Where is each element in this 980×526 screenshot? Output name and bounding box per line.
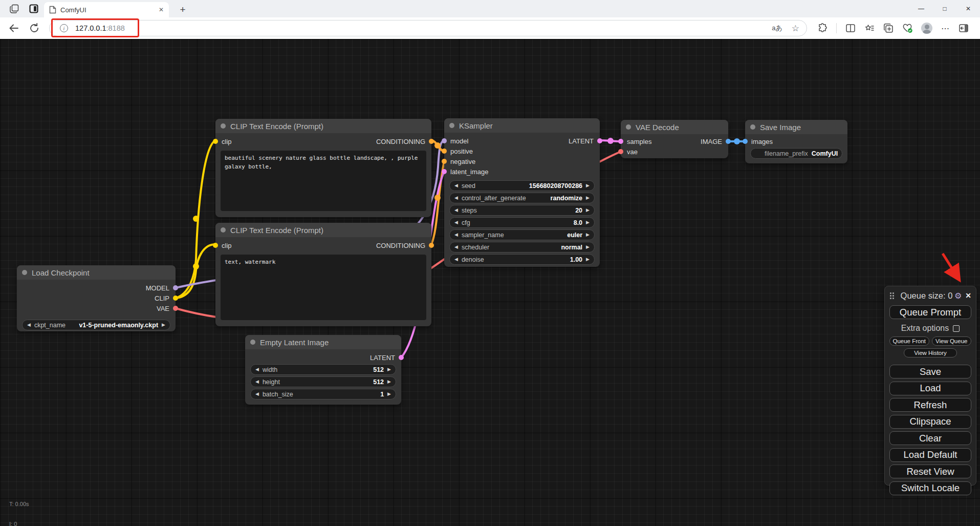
reroute-dot[interactable] <box>434 142 441 149</box>
close-window-button[interactable]: ✕ <box>956 0 980 17</box>
favorites-icon[interactable] <box>864 23 875 33</box>
workspaces-icon[interactable] <box>9 4 19 14</box>
collapse-dot-icon[interactable] <box>449 123 454 128</box>
view-history-button[interactable]: View History <box>904 348 957 357</box>
extra-options-checkbox[interactable] <box>953 325 960 332</box>
clear-button[interactable]: Clear <box>889 431 971 445</box>
increment-icon[interactable]: ▶ <box>586 220 590 225</box>
decrement-icon[interactable]: ◀ <box>454 233 458 237</box>
port-image[interactable] <box>726 139 731 144</box>
node-header[interactable]: VAE Decode <box>621 120 728 134</box>
port-latent-image-input[interactable] <box>442 169 447 174</box>
maximize-button[interactable]: □ <box>933 0 956 17</box>
decrement-icon[interactable]: ◀ <box>454 183 458 188</box>
node-graph-canvas[interactable]: Load Checkpoint MODEL CLIP VAE ◀ ckpt_na… <box>0 39 980 526</box>
node-header[interactable]: KSampler <box>444 118 600 133</box>
widget-sampler-name[interactable]: ◀ sampler_name euler ▶ <box>449 229 595 240</box>
port-positive-input[interactable] <box>442 149 447 154</box>
increment-icon[interactable]: ▶ <box>387 392 391 396</box>
node-header[interactable]: Empty Latent Image <box>245 335 401 349</box>
reroute-dot[interactable] <box>607 138 614 144</box>
node-header[interactable]: Load Checkpoint <box>17 265 176 280</box>
port-latent[interactable] <box>399 355 404 360</box>
drag-handle[interactable] <box>889 292 895 300</box>
queue-front-button[interactable]: Queue Front <box>889 336 929 346</box>
increment-icon[interactable]: ▶ <box>586 245 590 249</box>
node-empty-latent-image[interactable]: Empty Latent Image LATENT ◀ width 512 ▶ … <box>245 335 401 405</box>
decrement-icon[interactable]: ◀ <box>454 245 458 249</box>
port-clip[interactable] <box>173 296 178 301</box>
widget-height[interactable]: ◀ height 512 ▶ <box>250 376 396 387</box>
collapse-dot-icon[interactable] <box>22 270 27 275</box>
port-model[interactable] <box>173 285 178 290</box>
favorite-star-icon[interactable]: ☆ <box>792 23 799 34</box>
port-clip-input[interactable] <box>213 139 218 144</box>
widget-ckpt-name[interactable]: ◀ ckpt_name v1-5-pruned-emaonly.ckpt ▶ <box>22 320 170 330</box>
widget-batch-size[interactable]: ◀ batch_size 1 ▶ <box>250 389 396 399</box>
view-queue-button[interactable]: View Queue <box>932 336 972 346</box>
site-info-icon[interactable]: i <box>60 24 68 32</box>
refresh-button[interactable] <box>29 23 40 34</box>
node-clip-text-encode-negative[interactable]: CLIP Text Encode (Prompt) clip CONDITION… <box>215 223 431 326</box>
load-default-button[interactable]: Load Default <box>889 448 971 462</box>
widget-cfg[interactable]: ◀ cfg 8.0 ▶ <box>449 217 595 228</box>
reroute-dot[interactable] <box>434 195 441 201</box>
tab-actions-icon[interactable] <box>29 4 39 14</box>
reroute-dot[interactable] <box>734 138 740 144</box>
reroute-dot[interactable] <box>193 263 199 269</box>
collapse-dot-icon[interactable] <box>750 124 755 130</box>
port-vae-input[interactable] <box>618 149 623 154</box>
increment-icon[interactable]: ▶ <box>162 323 165 327</box>
address-bar[interactable]: i 127.0.0.1:8188 aあ ☆ <box>49 20 807 36</box>
settings-gear-icon[interactable]: ⚙ <box>954 291 962 301</box>
save-button[interactable]: Save <box>889 365 971 378</box>
menu-close-icon[interactable]: ✕ <box>965 291 971 300</box>
port-negative-input[interactable] <box>442 159 447 164</box>
back-button[interactable] <box>8 23 19 34</box>
decrement-icon[interactable]: ◀ <box>454 196 458 200</box>
reroute-dot[interactable] <box>193 216 199 222</box>
widget-seed[interactable]: ◀ seed 156680208700286 ▶ <box>449 180 595 191</box>
split-screen-icon[interactable] <box>845 23 856 33</box>
increment-icon[interactable]: ▶ <box>586 233 590 237</box>
collections-icon[interactable] <box>883 23 894 33</box>
browser-essentials-icon[interactable] <box>902 23 912 33</box>
decrement-icon[interactable]: ◀ <box>454 220 458 225</box>
prompt-textarea[interactable]: beautiful scenery nature glass bottle la… <box>221 151 426 211</box>
profile-avatar[interactable] <box>921 23 932 34</box>
node-header[interactable]: Save Image <box>745 120 847 134</box>
comfy-menu-panel[interactable]: Queue size: 0 ⚙ ✕ Queue Prompt Extra opt… <box>884 286 976 486</box>
sidebar-toggle-icon[interactable] <box>959 23 969 33</box>
reset-view-button[interactable]: Reset View <box>889 465 971 478</box>
port-clip-input[interactable] <box>213 243 218 248</box>
node-header[interactable]: CLIP Text Encode (Prompt) <box>215 119 431 133</box>
port-images-input[interactable] <box>743 139 748 144</box>
increment-icon[interactable]: ▶ <box>586 183 590 188</box>
increment-icon[interactable]: ▶ <box>586 257 590 262</box>
widget-control-after-generate[interactable]: ◀ control_after_generate randomize ▶ <box>449 193 595 203</box>
node-load-checkpoint[interactable]: Load Checkpoint MODEL CLIP VAE ◀ ckpt_na… <box>17 265 176 331</box>
port-samples-input[interactable] <box>618 139 623 144</box>
widget-scheduler[interactable]: ◀ scheduler normal ▶ <box>449 242 595 253</box>
port-conditioning[interactable] <box>429 243 434 248</box>
increment-icon[interactable]: ▶ <box>387 380 391 384</box>
new-tab-button[interactable]: + <box>177 4 189 16</box>
decrement-icon[interactable]: ◀ <box>454 208 458 213</box>
translate-icon[interactable]: aあ <box>772 24 782 33</box>
decrement-icon[interactable]: ◀ <box>27 323 31 327</box>
node-clip-text-encode-positive[interactable]: CLIP Text Encode (Prompt) clip CONDITION… <box>215 119 431 217</box>
port-model-input[interactable] <box>442 138 447 143</box>
port-latent[interactable] <box>597 138 602 143</box>
port-conditioning[interactable] <box>429 139 434 144</box>
load-button[interactable]: Load <box>889 382 971 395</box>
minimize-button[interactable]: — <box>909 0 933 17</box>
more-menu-icon[interactable]: ⋯ <box>941 24 950 33</box>
switch-locale-button[interactable]: Switch Locale <box>889 481 971 495</box>
collapse-dot-icon[interactable] <box>221 123 226 129</box>
increment-icon[interactable]: ▶ <box>586 196 590 200</box>
widget-width[interactable]: ◀ width 512 ▶ <box>250 364 396 375</box>
widget-denoise[interactable]: ◀ denoise 1.00 ▶ <box>449 254 595 265</box>
decrement-icon[interactable]: ◀ <box>255 367 259 372</box>
node-save-image[interactable]: Save Image images filename_prefix ComfyU… <box>745 120 847 163</box>
clipspace-button[interactable]: Clipspace <box>889 415 971 429</box>
